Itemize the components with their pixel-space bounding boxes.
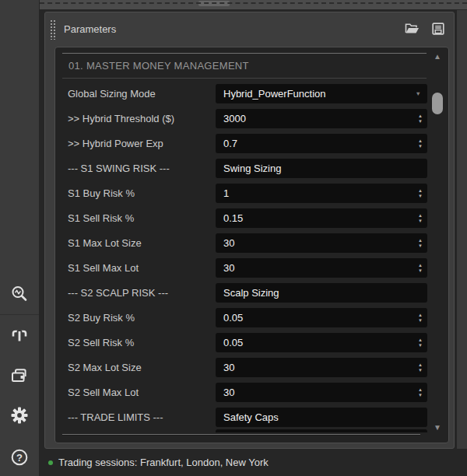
param-row-s1-sell-risk: S1 Sell Risk % 0.15 ▲▼ [55, 205, 448, 230]
help-icon-glyph: ? [9, 447, 30, 467]
stepper-control[interactable]: ▲▼ [418, 333, 423, 352]
trade-icon-glyph [9, 326, 30, 346]
step-down-icon: ▼ [418, 268, 423, 273]
trade-icon[interactable] [9, 326, 30, 346]
wallet-icon-glyph [9, 366, 30, 386]
s1-sell-risk-input[interactable]: 0.15 ▲▼ [216, 208, 427, 228]
s2-scalp-risk-text[interactable]: Scalp Sizing [216, 283, 427, 303]
step-down-icon: ▼ [418, 393, 423, 397]
param-label: Global Sizing Mode [68, 88, 216, 100]
param-label: >> Hybrid Power Exp [68, 138, 216, 149]
stepper-control[interactable]: ▲▼ [418, 233, 423, 253]
param-label: S1 Sell Max Lot [68, 262, 216, 274]
stepper-control[interactable]: ▲▼ [418, 358, 423, 377]
save-icon[interactable] [432, 23, 444, 35]
param-row-global-sizing-mode: Global Sizing Mode Hybrid_PowerFunction … [55, 81, 448, 106]
s2-sell-risk-input[interactable]: 0.05 ▲▼ [216, 333, 427, 352]
param-row-s1-buy-risk: S1 Buy Risk % 1 ▲▼ [55, 180, 448, 205]
gear-icon-glyph [10, 406, 29, 425]
next-field-partial [216, 429, 427, 432]
open-icon[interactable] [405, 23, 420, 35]
hybrid-threshold-input[interactable]: 3000 ▲▼ [216, 109, 427, 128]
param-row-s2-sell-max-lot: S2 Sell Max Lot 30 ▲▼ [55, 380, 448, 404]
param-label: S1 Buy Risk % [68, 187, 216, 199]
s2-max-lot-input[interactable]: 30 ▲▼ [216, 358, 427, 377]
save-icon-glyph [432, 23, 444, 35]
sidebar-divider [0, 314, 39, 315]
bottom-divider [62, 434, 420, 436]
param-label: --- S1 SWING RISK --- [68, 163, 216, 174]
step-down-icon: ▼ [418, 119, 423, 124]
param-row-s2-buy-risk: S2 Buy Risk % 0.05 ▲▼ [55, 305, 448, 330]
open-icon-glyph [405, 23, 420, 35]
step-up-icon: ▲ [418, 387, 423, 392]
param-row-trade-limits-header: --- TRADE LIMITS --- Safety Caps [55, 404, 448, 429]
s1-buy-risk-input[interactable]: 1 ▲▼ [216, 184, 427, 203]
dashed-docking-border [40, 2, 467, 4]
stepper-control[interactable]: ▲▼ [418, 134, 423, 153]
sidebar: ? [0, 0, 39, 476]
right-dock-strip [457, 10, 467, 449]
wallet-icon[interactable] [9, 366, 30, 386]
step-up-icon: ▲ [418, 313, 423, 317]
step-up-icon: ▲ [418, 188, 423, 193]
parameter-rows: Global Sizing Mode Hybrid_PowerFunction … [55, 79, 448, 429]
step-up-icon: ▲ [418, 114, 423, 118]
param-label: S2 Sell Max Lot [68, 387, 216, 398]
step-down-icon: ▼ [418, 343, 423, 348]
step-down-icon: ▼ [418, 368, 423, 373]
s1-sell-max-lot-input[interactable]: 30 ▲▼ [216, 258, 427, 278]
param-row-s1-max-lot: S1 Max Lot Size 30 ▲▼ [55, 230, 448, 255]
s2-buy-risk-input[interactable]: 0.05 ▲▼ [216, 308, 427, 327]
param-row-s2-sell-risk: S2 Sell Risk % 0.05 ▲▼ [55, 330, 448, 355]
stepper-control[interactable]: ▲▼ [418, 383, 423, 402]
scroll-down-icon[interactable]: ▼ [434, 423, 441, 432]
parameters-panel-header: Parameters [45, 12, 454, 45]
chevron-down-icon[interactable]: ▼ [416, 84, 421, 103]
global-sizing-mode-dropdown[interactable]: Hybrid_PowerFunction ▼ [216, 84, 427, 103]
param-label: S2 Sell Risk % [68, 337, 216, 348]
s1-swing-risk-text[interactable]: Swing Sizing [216, 159, 427, 178]
stepper-control[interactable]: ▲▼ [418, 109, 423, 128]
param-row-s2-max-lot: S2 Max Lot Size 30 ▲▼ [55, 355, 448, 380]
step-up-icon: ▲ [418, 362, 423, 367]
parameters-scroll-area: 01. MASTER MONEY MANAGEMENT Global Sizin… [54, 47, 449, 443]
trade-limits-text[interactable]: Safety Caps [216, 408, 427, 427]
scroll-up-icon[interactable]: ▲ [434, 52, 441, 61]
scrollbar-thumb[interactable] [432, 93, 443, 114]
param-label: S2 Buy Risk % [68, 312, 216, 324]
param-label: --- TRADE LIMITS --- [68, 411, 216, 423]
section-header-money-management[interactable]: 01. MASTER MONEY MANAGEMENT [62, 53, 427, 79]
stepper-control[interactable]: ▲▼ [418, 184, 423, 203]
step-up-icon: ▲ [418, 263, 423, 268]
param-label: S1 Max Lot Size [68, 237, 216, 249]
step-up-icon: ▲ [418, 338, 423, 342]
status-dot-icon [48, 460, 53, 465]
stepper-control[interactable]: ▲▼ [418, 308, 423, 327]
param-label: >> Hybrid Threshold ($) [68, 113, 216, 124]
step-down-icon: ▼ [418, 194, 423, 198]
drag-handle[interactable] [50, 19, 56, 40]
step-up-icon: ▲ [418, 138, 423, 143]
param-row-hybrid-power-exp: >> Hybrid Power Exp 0.7 ▲▼ [55, 131, 448, 156]
stepper-control[interactable]: ▲▼ [418, 208, 423, 228]
param-row-hybrid-threshold: >> Hybrid Threshold ($) 3000 ▲▼ [55, 106, 448, 131]
trading-sessions-status: Trading sessions: Frankfurt, London, New… [58, 457, 269, 468]
panel-above-edge [40, 0, 467, 9]
parameters-panel: Parameters 01. MASTER MO [44, 12, 455, 449]
stepper-control[interactable]: ▲▼ [418, 258, 423, 278]
analyze-icon[interactable] [9, 284, 30, 304]
settings-icon[interactable] [10, 406, 29, 425]
param-label: S2 Max Lot Size [68, 362, 216, 373]
s2-sell-max-lot-input[interactable]: 30 ▲▼ [216, 383, 427, 402]
param-row-s1-sell-max-lot: S1 Sell Max Lot 30 ▲▼ [55, 255, 448, 280]
s1-max-lot-input[interactable]: 30 ▲▼ [216, 233, 427, 253]
step-down-icon: ▼ [418, 144, 423, 149]
step-up-icon: ▲ [418, 213, 423, 218]
param-label: S1 Sell Risk % [68, 212, 216, 224]
hybrid-power-exp-input[interactable]: 0.7 ▲▼ [216, 134, 427, 153]
help-icon[interactable]: ? [9, 447, 30, 467]
analyze-icon-glyph [9, 284, 30, 304]
param-label: --- S2 SCALP RISK --- [68, 287, 216, 299]
param-row-s2-scalp-risk-header: --- S2 SCALP RISK --- Scalp Sizing [55, 280, 448, 305]
